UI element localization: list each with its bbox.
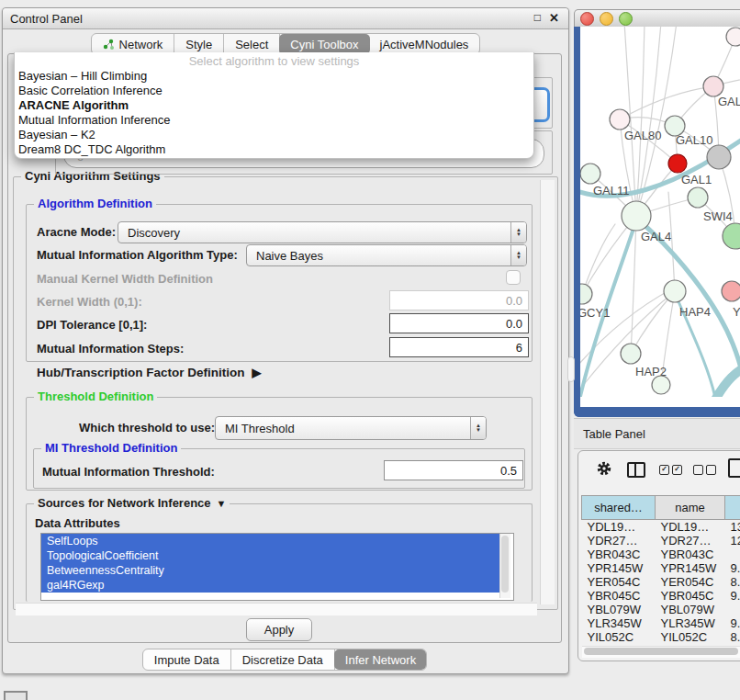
algorithm-option-aracne-algorithm[interactable]: ARACNE Algorithm: [15, 98, 533, 113]
settings-scrollbar-track[interactable]: [540, 180, 555, 604]
which-threshold-combo[interactable]: MI Threshold ▲▼: [215, 416, 487, 440]
split-column-icon[interactable]: [627, 462, 645, 478]
network-node-unlabeled[interactable]: [707, 145, 731, 169]
table-row[interactable]: YBR045CYBR045C9.: [582, 589, 740, 603]
node-label-hap4: HAP4: [679, 305, 711, 319]
close-panel-icon[interactable]: ✕: [549, 11, 559, 25]
node-label-gal11: GAL11: [593, 184, 630, 198]
column-header-shared[interactable]: shared…: [582, 496, 656, 520]
network-edge[interactable]: [636, 27, 645, 216]
column-header-a[interactable]: A: [725, 496, 740, 520]
table-panel-header[interactable]: Table Panel: [574, 418, 740, 449]
close-traffic-light-icon[interactable]: [580, 12, 594, 26]
algorithm-option-bayesian-k2[interactable]: Bayesian – K2: [15, 128, 533, 142]
table-row[interactable]: YLR345WYLR345W9.: [582, 616, 740, 630]
hide-panel-button[interactable]: [4, 691, 28, 700]
zoom-traffic-light-icon[interactable]: [619, 12, 633, 26]
network-edge[interactable]: [714, 363, 740, 397]
table-row[interactable]: YBR043CYBR043C: [582, 548, 740, 561]
kernel-width-field[interactable]: 0.0: [389, 290, 529, 310]
network-node-gal[interactable]: [703, 76, 723, 96]
settings-gear-icon[interactable]: [596, 460, 612, 480]
mi-type-combo[interactable]: Naive Bayes ▲▼: [246, 244, 527, 266]
attribute-item-selfloops[interactable]: SelfLoops: [41, 534, 504, 548]
mi-steps-label: Mutual Information Steps:: [37, 342, 184, 356]
data-attributes-list[interactable]: SelfLoopsTopologicalCoefficientBetweenne…: [40, 533, 514, 601]
node-label-gal1: GAL1: [681, 173, 712, 186]
attribute-item-topologicalcoefficient[interactable]: TopologicalCoefficient: [41, 548, 504, 563]
network-node-gal4[interactable]: [622, 201, 651, 231]
network-edge[interactable]: [620, 86, 713, 119]
network-window-titlebar[interactable]: [574, 9, 740, 28]
attributes-scrollbar-track[interactable]: [499, 534, 510, 598]
algorithm-option-mutual-information-inference[interactable]: Mutual Information Inference: [15, 113, 533, 128]
column-header-name[interactable]: name: [656, 496, 725, 520]
network-node-unlabeled[interactable]: [723, 223, 740, 249]
network-node-gal80[interactable]: [610, 109, 630, 130]
bottom-tab-discretize-data-label: Discretize Data: [242, 653, 323, 667]
network-edge[interactable]: [582, 224, 615, 294]
float-window-icon[interactable]: □: [534, 11, 541, 24]
table-cell: YBR043C: [656, 548, 725, 561]
table-row[interactable]: YDR27…YDR27…12: [582, 534, 740, 548]
application-window: Control Panel □ ✕ NetworkStyleSelectCyni…: [0, 0, 740, 700]
bottom-tab-infer-network[interactable]: Infer Network: [334, 649, 427, 670]
tab-select[interactable]: Select: [224, 34, 280, 54]
network-node-gal1[interactable]: [668, 154, 687, 173]
network-node-unlabeled[interactable]: [652, 376, 670, 394]
expand-arrow-icon[interactable]: ▶: [252, 366, 262, 379]
network-node-swi4[interactable]: [688, 187, 708, 208]
algorithm-option-dream8-dc-tdc-algorithm[interactable]: Dream8 DC_TDC Algorithm: [15, 142, 533, 157]
network-node-y[interactable]: [722, 281, 740, 301]
network-node-gcy1[interactable]: [580, 284, 592, 304]
table-row[interactable]: YIL052CYIL052C8.: [582, 630, 740, 644]
table-row[interactable]: YPR145WYPR145W9.: [582, 561, 740, 575]
table-row[interactable]: YDL19…YDL19…13: [582, 520, 740, 535]
network-node-hap2[interactable]: [621, 344, 641, 364]
export-table-icon[interactable]: [728, 458, 740, 478]
tab-cyni-toolbox[interactable]: Cyni Toolbox: [279, 34, 369, 54]
aracne-mode-combo[interactable]: Discovery ▲▼: [118, 221, 527, 243]
network-canvas[interactable]: GALGAL80GAL10GAL1GAL11SWI4GAL4HAP4YGCY1H…: [580, 27, 740, 397]
table-cell: 9.: [725, 589, 740, 603]
network-node-gal11[interactable]: [580, 164, 600, 184]
hub-definition-section[interactable]: Hub/Transcription Factor Definition ▶: [37, 366, 262, 379]
select-all-icon[interactable]: ✓✓: [659, 465, 682, 475]
table-cell: YPR145W: [582, 561, 656, 575]
tab-select-label: Select: [235, 38, 268, 51]
deselect-all-icon[interactable]: [693, 465, 716, 475]
table-cell: YDL19…: [656, 520, 725, 535]
table-panel-title: Table Panel: [583, 427, 645, 441]
tab-style[interactable]: Style: [174, 34, 224, 54]
manual-kernel-checkbox[interactable]: [506, 270, 521, 285]
algorithm-option-bayesian-hill-climbing[interactable]: Bayesian – Hill Climbing: [15, 69, 533, 84]
table-row[interactable]: YER054CYER054C8.: [582, 575, 740, 589]
mi-threshold-definition-legend: MI Threshold Definition: [41, 441, 181, 455]
table-cell: 12: [725, 534, 740, 548]
table-cell: YLR345W: [582, 616, 656, 630]
tab-jactivemnodules[interactable]: jActiveMNodules: [369, 34, 480, 54]
table-hscrollbar-track[interactable]: [582, 646, 740, 658]
collapse-arrow-icon[interactable]: ▼: [217, 498, 227, 509]
bottom-tab-impute-data[interactable]: Impute Data: [143, 649, 231, 670]
network-node-hap4[interactable]: [664, 280, 686, 302]
mi-threshold-field[interactable]: 0.5: [384, 460, 523, 480]
control-panel-titlebar[interactable]: Control Panel □ ✕: [3, 8, 568, 29]
attributes-scrollbar-thumb[interactable]: [501, 536, 509, 593]
attribute-item-betweennesscentrality[interactable]: BetweennessCentrality: [41, 563, 504, 578]
bottom-tab-discretize-data[interactable]: Discretize Data: [231, 649, 335, 670]
mi-steps-field[interactable]: 6: [389, 337, 529, 357]
algorithm-option-basic-correlation-inference[interactable]: Basic Correlation Inference: [15, 84, 533, 98]
apply-button[interactable]: Apply: [246, 618, 312, 641]
settings-hscrollbar-track[interactable]: [16, 603, 537, 615]
table-row[interactable]: YBL079WYBL079W: [582, 603, 740, 616]
table-hscrollbar-thumb[interactable]: [584, 648, 738, 655]
algorithm-definition-legend: Algorithm Definition: [34, 197, 156, 210]
tab-network[interactable]: Network: [92, 34, 175, 54]
attribute-item-gal4rgexp[interactable]: gal4RGexp: [41, 578, 504, 593]
table-cell: 13: [725, 520, 740, 535]
minimize-traffic-light-icon[interactable]: [600, 12, 613, 26]
network-node-unlabeled[interactable]: [726, 28, 740, 46]
dpi-tolerance-field[interactable]: 0.0: [389, 313, 529, 333]
panel-splitter-grip[interactable]: [567, 356, 575, 382]
